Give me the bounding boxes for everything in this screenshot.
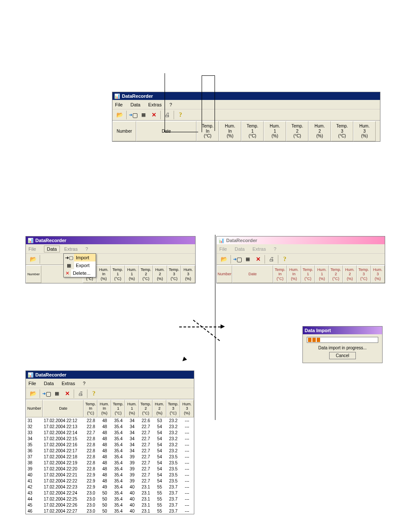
col-hum-1[interactable]: Hum.1(%): [315, 265, 329, 283]
table-row[interactable]: 4517.02.2004 22:2623.05035.44023.15523.7…: [26, 502, 194, 508]
col-hum-in[interactable]: Hum.In(%): [219, 121, 241, 141]
titlebar[interactable]: 📊 DataRecorder: [26, 236, 195, 244]
col-hum-in[interactable]: Hum.In(%): [97, 265, 111, 283]
window-data: 📊 DataRecorder File Data Extras ? ▢ Numb…: [25, 370, 194, 514]
table-row[interactable]: 3717.02.2004 22:1822.84835.43922.75423.5…: [26, 454, 194, 460]
table-row[interactable]: 3417.02.2004 22:1522.84835.43422.75423.2…: [26, 436, 194, 442]
menu-help[interactable]: ?: [169, 102, 172, 107]
col-temp-1[interactable]: Temp.1(°C): [111, 400, 125, 417]
print-icon[interactable]: [76, 389, 85, 398]
help-icon[interactable]: [280, 255, 290, 264]
col-hum-1[interactable]: Hum.1(%): [264, 121, 286, 141]
col-number[interactable]: Number: [26, 265, 41, 283]
col-temp-1[interactable]: Temp.1(°C): [111, 265, 125, 283]
col-hum-3[interactable]: Hum.3(%): [180, 400, 194, 417]
table-row[interactable]: 3917.02.2004 22:2022.84835.43922.75423.5…: [26, 466, 194, 472]
col-number[interactable]: Number: [217, 265, 232, 283]
menu-help[interactable]: ?: [274, 246, 276, 252]
col-date[interactable]: Date: [136, 121, 196, 141]
import-icon[interactable]: ▢: [233, 255, 242, 264]
table-row[interactable]: 4117.02.2004 22:2222.94835.43922.75423.5…: [26, 478, 194, 484]
delete-icon[interactable]: [62, 389, 72, 398]
titlebar[interactable]: 📊 DataRecorder: [112, 92, 380, 100]
menu-file[interactable]: File: [115, 102, 123, 107]
col-hum-3[interactable]: Hum.3(%): [353, 121, 376, 141]
table-row[interactable]: 4417.02.2004 22:2523.05035.44023.15523.7…: [26, 496, 194, 502]
table-row[interactable]: 3117.02.2004 22:1222.84835.43422.65323.2…: [26, 417, 194, 423]
import-icon[interactable]: ▢: [42, 389, 51, 398]
table-row[interactable]: 4217.02.2004 22:2322.94935.44023.15523.7…: [26, 484, 194, 490]
col-temp-2[interactable]: Temp.2(°C): [329, 265, 342, 283]
menu-file[interactable]: File: [219, 246, 227, 252]
menu-help[interactable]: ?: [83, 381, 85, 386]
menu-item-import[interactable]: ➜▢ Import: [64, 254, 96, 261]
menu-extras[interactable]: Extras: [252, 246, 266, 252]
print-icon[interactable]: [267, 255, 276, 264]
col-temp-2[interactable]: Temp.2(°C): [139, 400, 153, 417]
print-icon[interactable]: [162, 110, 172, 120]
titlebar[interactable]: 📊 DataRecorder: [217, 236, 385, 244]
titlebar[interactable]: 📊 DataRecorder: [26, 371, 194, 379]
col-temp-in[interactable]: Temp.In(°C): [273, 265, 287, 283]
menu-help[interactable]: ?: [85, 246, 88, 252]
col-hum-in[interactable]: Hum.In(%): [97, 400, 111, 417]
col-hum-3[interactable]: Hum.3(%): [181, 265, 195, 283]
open-icon[interactable]: [28, 389, 38, 398]
menu-data[interactable]: Data: [44, 381, 54, 386]
table-row[interactable]: 4317.02.2004 22:2423.05035.44023.15523.7…: [26, 490, 194, 496]
export-icon[interactable]: [243, 255, 252, 264]
col-temp-1[interactable]: Temp.1(°C): [301, 265, 315, 283]
col-hum-2[interactable]: Hum.2(%): [153, 400, 166, 417]
col-temp-3[interactable]: Temp.3(°C): [357, 265, 371, 283]
open-icon[interactable]: [115, 110, 125, 120]
delete-icon[interactable]: [253, 255, 263, 264]
export-icon[interactable]: [139, 110, 148, 120]
menu-data[interactable]: Data: [235, 246, 245, 252]
col-hum-1[interactable]: Hum.1(%): [125, 265, 139, 283]
col-temp-2[interactable]: Temp.2(°C): [286, 121, 308, 141]
menu-data[interactable]: Data: [131, 102, 140, 107]
col-temp-1[interactable]: Temp.1(°C): [241, 121, 264, 141]
col-hum-3[interactable]: Hum.3(%): [371, 265, 385, 283]
table-row[interactable]: 3317.02.2004 22:1422.74835.43422.75423.2…: [26, 429, 194, 436]
menu-extras[interactable]: Extras: [62, 381, 75, 386]
table-row[interactable]: 4017.02.2004 22:2122.94835.43922.75423.5…: [26, 472, 194, 478]
col-number[interactable]: Number: [26, 400, 43, 417]
menu-extras[interactable]: Extras: [64, 246, 78, 252]
menu-file[interactable]: File: [28, 246, 36, 252]
menu-file[interactable]: File: [28, 381, 36, 386]
cancel-button[interactable]: Cancel: [329, 352, 355, 359]
dialog-titlebar[interactable]: Data Import: [303, 327, 382, 334]
col-hum-2[interactable]: Hum.2(%): [343, 265, 357, 283]
col-temp-in[interactable]: Temp.In(°C): [84, 400, 97, 417]
col-temp-3[interactable]: Temp.3(°C): [166, 400, 180, 417]
col-hum-2[interactable]: Hum.2(%): [153, 265, 167, 283]
help-icon[interactable]: [176, 110, 185, 120]
col-date[interactable]: Date: [232, 265, 273, 283]
delete-icon[interactable]: [149, 110, 159, 120]
menu-extras[interactable]: Extras: [148, 102, 162, 107]
col-temp-3[interactable]: Temp.3(°C): [167, 265, 181, 283]
open-icon[interactable]: [219, 255, 229, 264]
table-row[interactable]: 3217.02.2004 22:1322.84835.43422.75423.2…: [26, 423, 194, 429]
menu-data[interactable]: Data: [44, 246, 60, 252]
col-number[interactable]: Number: [112, 121, 136, 141]
col-temp-in[interactable]: Temp.In(°C): [196, 121, 219, 141]
help-icon[interactable]: [89, 389, 99, 398]
col-temp-3[interactable]: Temp.3(°C): [331, 121, 353, 141]
export-icon[interactable]: [52, 389, 62, 398]
table-row[interactable]: 3617.02.2004 22:1722.84835.43422.75423.2…: [26, 448, 194, 454]
menubar: File Data Extras ?: [217, 244, 385, 254]
col-hum-in[interactable]: Hum.In(%): [287, 265, 301, 283]
table-row[interactable]: 3517.02.2004 22:1622.84835.43422.75423.2…: [26, 442, 194, 448]
col-hum-2[interactable]: Hum.2(%): [308, 121, 331, 141]
col-hum-1[interactable]: Hum.1(%): [125, 400, 139, 417]
table-row[interactable]: 3817.02.2004 22:1922.84835.43922.75423.5…: [26, 460, 194, 466]
open-icon[interactable]: [28, 255, 38, 264]
menu-item-delete[interactable]: ✕ Delete...: [64, 269, 96, 277]
menu-item-export[interactable]: ▦ Export: [64, 261, 96, 269]
col-date[interactable]: Date: [43, 400, 84, 417]
import-icon[interactable]: ▢: [128, 110, 138, 120]
col-temp-2[interactable]: Temp.2(°C): [139, 265, 153, 283]
table-row[interactable]: 4617.02.2004 22:2723.05035.44023.15523.7…: [26, 508, 194, 514]
